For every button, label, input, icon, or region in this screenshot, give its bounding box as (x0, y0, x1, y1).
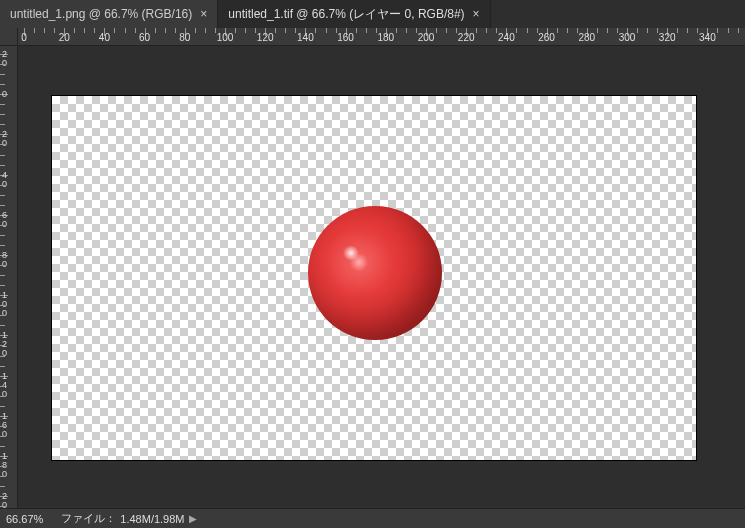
ruler-number: 0 (2, 90, 7, 99)
ruler-number: 20 (2, 50, 7, 68)
ruler-number: 220 (458, 32, 475, 43)
red-sphere-image (308, 206, 442, 340)
ruler-number: 140 (297, 32, 314, 43)
ruler-number: 340 (699, 32, 716, 43)
vertical-ruler[interactable]: 20020406080100120140160180200 (0, 46, 18, 508)
ruler-number: 160 (337, 32, 354, 43)
ruler-number: 240 (498, 32, 515, 43)
ruler-number: 20 (2, 130, 7, 148)
ruler-number: 80 (179, 32, 190, 43)
ruler-number: 80 (2, 251, 7, 269)
ruler-number: 180 (377, 32, 394, 43)
ruler-number: 60 (2, 211, 7, 229)
ruler-number: 0 (21, 32, 27, 43)
file-label: ファイル： (61, 511, 116, 526)
zoom-field[interactable]: 66.67% (6, 513, 43, 525)
chevron-right-icon: ▶ (189, 513, 197, 524)
tab-label: untitled_1.png @ 66.7% (RGB/16) (10, 7, 192, 21)
ruler-number: 280 (578, 32, 595, 43)
document-tab[interactable]: untitled_1.tif @ 66.7% (レイヤー 0, RGB/8#) … (218, 0, 490, 28)
tab-label: untitled_1.tif @ 66.7% (レイヤー 0, RGB/8#) (228, 6, 464, 23)
workspace[interactable] (18, 46, 745, 508)
canvas[interactable] (52, 96, 696, 460)
close-icon[interactable]: × (473, 7, 480, 21)
ruler-number: 260 (538, 32, 555, 43)
document-tab[interactable]: untitled_1.png @ 66.7% (RGB/16) × (0, 0, 218, 28)
close-icon[interactable]: × (200, 7, 207, 21)
ruler-number: 40 (99, 32, 110, 43)
ruler-number: 60 (139, 32, 150, 43)
ruler-number: 200 (418, 32, 435, 43)
ruler-origin[interactable] (0, 28, 18, 46)
status-bar: 66.67% ファイル： 1.48M/1.98M ▶ (0, 508, 745, 528)
ruler-number: 300 (619, 32, 636, 43)
ruler-number: 320 (659, 32, 676, 43)
ruler-number: 120 (257, 32, 274, 43)
ruler-number: 40 (2, 171, 7, 189)
horizontal-ruler[interactable]: 0204060801001201401601802002202402602803… (18, 28, 745, 46)
ruler-number: 20 (59, 32, 70, 43)
file-value: 1.48M/1.98M (120, 513, 184, 525)
ruler-number: 100 (217, 32, 234, 43)
file-size-field[interactable]: ファイル： 1.48M/1.98M ▶ (61, 511, 196, 526)
tab-bar: untitled_1.png @ 66.7% (RGB/16) × untitl… (0, 0, 745, 28)
zoom-value: 66.67% (6, 513, 43, 525)
